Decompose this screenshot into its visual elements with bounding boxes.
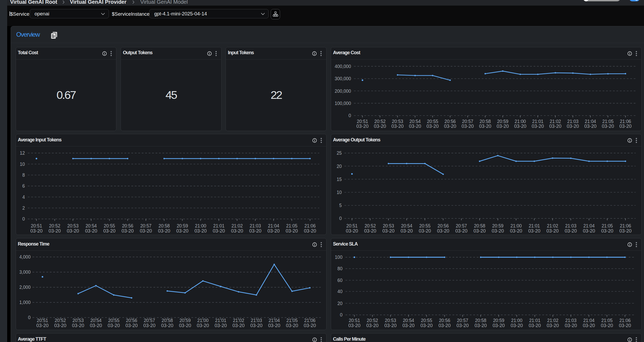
svg-text:60: 60 (337, 278, 342, 283)
svg-text:03-20: 03-20 (584, 124, 596, 129)
svg-text:21:06: 21:06 (620, 119, 631, 124)
svg-text:03-20: 03-20 (304, 323, 316, 328)
svg-text:21:05: 21:05 (286, 223, 297, 229)
svg-text:03-20: 03-20 (456, 323, 469, 328)
svg-text:03-20: 03-20 (619, 124, 632, 129)
svg-text:15: 15 (337, 177, 342, 182)
svg-text:21:01: 21:01 (215, 318, 226, 323)
svg-text:03-20: 03-20 (366, 323, 379, 328)
svg-text:03-20: 03-20 (214, 323, 227, 328)
svg-text:03-20: 03-20 (583, 323, 595, 328)
svg-text:20:59: 20:59 (179, 318, 190, 323)
svg-text:6: 6 (22, 183, 25, 189)
svg-text:03-20: 03-20 (474, 323, 487, 328)
svg-text:03-20: 03-20 (391, 124, 404, 129)
svg-text:20:55: 20:55 (108, 318, 119, 323)
svg-text:20:52: 20:52 (365, 223, 376, 229)
svg-text:03-20: 03-20 (67, 228, 79, 234)
svg-text:20:57: 20:57 (462, 119, 473, 124)
svg-text:100,000: 100,000 (334, 100, 351, 106)
svg-text:03-20: 03-20 (194, 228, 207, 234)
svg-text:20:55: 20:55 (421, 318, 432, 323)
svg-text:20:52: 20:52 (54, 318, 66, 323)
svg-text:03-20: 03-20 (231, 228, 243, 234)
svg-text:0: 0 (28, 315, 31, 320)
svg-text:03-20: 03-20 (250, 323, 262, 328)
svg-text:21:05: 21:05 (286, 318, 297, 323)
svg-text:03-20: 03-20 (140, 228, 152, 234)
svg-text:21:03: 21:03 (249, 223, 261, 229)
svg-text:03-20: 03-20 (601, 323, 613, 328)
svg-text:20:57: 20:57 (456, 223, 467, 229)
svg-text:03-20: 03-20 (268, 323, 280, 328)
svg-text:2,000: 2,000 (19, 285, 30, 290)
svg-text:300,000: 300,000 (334, 76, 351, 81)
svg-text:20:53: 20:53 (385, 318, 396, 323)
svg-text:03-20: 03-20 (409, 124, 421, 129)
svg-text:20:58: 20:58 (475, 318, 486, 323)
svg-text:400,000: 400,000 (334, 64, 351, 69)
svg-text:03-20: 03-20 (419, 228, 431, 234)
svg-text:03-20: 03-20 (374, 124, 386, 129)
svg-text:21:02: 21:02 (231, 223, 243, 229)
svg-text:21:02: 21:02 (547, 223, 558, 229)
svg-text:20:53: 20:53 (67, 223, 78, 229)
svg-text:21:01: 21:01 (532, 119, 543, 124)
svg-text:20:54: 20:54 (90, 318, 101, 323)
svg-text:20:53: 20:53 (383, 223, 394, 229)
svg-text:20:51: 20:51 (346, 223, 357, 229)
svg-text:03-20: 03-20 (90, 323, 102, 328)
svg-text:21:04: 21:04 (585, 119, 596, 124)
svg-text:03-20: 03-20 (249, 228, 261, 234)
svg-text:21:06: 21:06 (620, 223, 631, 229)
svg-text:25: 25 (337, 151, 342, 156)
svg-text:03-20: 03-20 (437, 228, 449, 234)
svg-text:21:05: 21:05 (601, 223, 613, 229)
svg-text:03-20: 03-20 (532, 124, 544, 129)
svg-text:10: 10 (20, 162, 25, 167)
svg-text:03-20: 03-20 (286, 228, 298, 234)
svg-text:03-20: 03-20 (267, 228, 279, 234)
svg-text:0: 0 (340, 312, 342, 318)
svg-text:20: 20 (337, 164, 342, 169)
svg-text:20:54: 20:54 (403, 318, 414, 323)
svg-text:03-20: 03-20 (179, 323, 191, 328)
svg-text:20:57: 20:57 (457, 318, 468, 323)
svg-text:03-20: 03-20 (529, 323, 541, 328)
svg-text:03-20: 03-20 (479, 124, 491, 129)
svg-text:03-20: 03-20 (72, 323, 84, 328)
svg-text:8: 8 (22, 172, 25, 178)
svg-text:03-20: 03-20 (30, 228, 43, 234)
svg-text:21:05: 21:05 (601, 318, 612, 323)
svg-text:0: 0 (348, 113, 351, 118)
svg-text:20:56: 20:56 (122, 223, 133, 229)
svg-text:03-20: 03-20 (567, 124, 579, 129)
svg-text:03-20: 03-20 (402, 323, 414, 328)
svg-text:21:06: 21:06 (619, 318, 630, 323)
svg-text:20:59: 20:59 (497, 119, 508, 124)
svg-text:03-20: 03-20 (121, 228, 134, 234)
svg-text:21:04: 21:04 (583, 223, 594, 229)
svg-text:20:52: 20:52 (49, 223, 60, 229)
svg-text:21:06: 21:06 (304, 223, 315, 229)
svg-text:03-20: 03-20 (364, 228, 376, 234)
svg-text:03-20: 03-20 (473, 228, 486, 234)
svg-text:2: 2 (22, 205, 25, 211)
svg-text:20:54: 20:54 (409, 119, 421, 124)
svg-text:80: 80 (337, 266, 342, 271)
svg-text:20:51: 20:51 (37, 318, 48, 323)
svg-text:03-20: 03-20 (85, 228, 97, 234)
svg-text:20:55: 20:55 (427, 119, 438, 124)
svg-text:03-20: 03-20 (565, 323, 577, 328)
svg-text:03-20: 03-20 (497, 124, 509, 129)
svg-text:20:59: 20:59 (177, 223, 188, 229)
svg-text:20:53: 20:53 (72, 318, 83, 323)
svg-text:21:03: 21:03 (251, 318, 262, 323)
svg-text:20:52: 20:52 (374, 119, 385, 124)
svg-text:20:58: 20:58 (480, 119, 491, 124)
svg-text:20:54: 20:54 (401, 223, 412, 229)
svg-text:03-20: 03-20 (108, 323, 120, 328)
svg-text:21:00: 21:00 (197, 318, 208, 323)
svg-text:21:00: 21:00 (515, 119, 526, 124)
svg-text:21:04: 21:04 (268, 223, 279, 229)
